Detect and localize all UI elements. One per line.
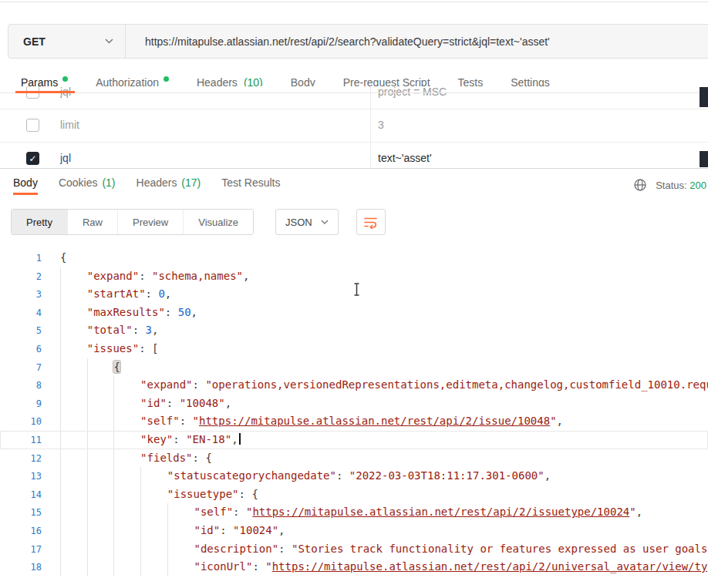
code-token: ,	[231, 433, 238, 445]
response-tabs: BodyCookies (1)Headers (17)Test Results	[13, 176, 280, 189]
scrollbar-thumb[interactable]	[700, 87, 708, 107]
code-line-content: "self": "https://mitapulse.atlassian.net…	[60, 506, 642, 518]
code-line[interactable]: 9"id": "10048",	[0, 395, 708, 413]
code-token: 0	[158, 287, 164, 300]
active-tab-underline	[15, 91, 75, 93]
tab-count-badge: (1)	[99, 176, 116, 189]
code-token: ,	[636, 506, 642, 518]
indent-guide	[113, 431, 140, 449]
param-value-cell[interactable]: 3	[378, 109, 696, 142]
view-toggle-visualize[interactable]: Visualize	[183, 210, 253, 234]
method-select[interactable]: GET	[8, 25, 126, 58]
request-url-bar: GET https://mitapulse.atlassian.net/rest…	[8, 24, 708, 59]
code-token: "schema,names"	[152, 270, 243, 282]
indent-guide	[113, 486, 140, 504]
param-key-cell[interactable]: jql	[60, 86, 353, 109]
indent-guide	[167, 522, 194, 540]
param-checkbox[interactable]: ✓	[26, 152, 39, 165]
code-token: "Stories track functionality or features…	[292, 543, 708, 555]
response-tab-cookies[interactable]: Cookies (1)	[59, 176, 116, 189]
line-number: 2	[0, 268, 42, 287]
param-value-cell[interactable]: project = MSC	[378, 86, 696, 109]
globe-icon[interactable]	[633, 178, 647, 192]
param-key-cell[interactable]: limit	[60, 109, 353, 142]
indent-guide	[167, 540, 194, 559]
code-line[interactable]: 10"self": "https://mitapulse.atlassian.n…	[0, 412, 708, 431]
line-number: 15	[0, 504, 42, 522]
param-row: limit3	[0, 109, 708, 143]
code-line-content: "self": "https://mitapulse.atlassian.net…	[60, 415, 563, 427]
line-number: 5	[0, 322, 42, 341]
green-dot-icon	[164, 76, 169, 82]
indent-guide	[87, 412, 114, 431]
tab-label: Cookies	[59, 176, 98, 189]
param-checkbox[interactable]	[26, 119, 39, 132]
code-line[interactable]: 8"expand": "operations,versionedRepresen…	[0, 376, 708, 395]
code-line[interactable]: 17"description": "Stories track function…	[0, 540, 708, 559]
view-toggle-pretty[interactable]: Pretty	[12, 210, 67, 234]
code-line[interactable]: 3"startAt": 0,	[0, 285, 708, 304]
code-token: "description"	[194, 543, 279, 555]
code-token: ,	[278, 524, 285, 536]
response-body-code: 1{2"expand": "schema,names",3"startAt": …	[0, 246, 708, 588]
code-line[interactable]: 5"total": 3,	[0, 321, 708, 340]
indent-guide	[60, 467, 87, 486]
indent-guide	[60, 449, 87, 468]
url-link[interactable]: https://mitapulse.atlassian.net/rest/api…	[199, 415, 550, 427]
indent-guide	[60, 376, 87, 395]
code-token: :	[220, 524, 233, 536]
code-token: "operations,versionedRepresentations,edi…	[205, 378, 708, 391]
params-table: jqlproject = MSClimit3✓jqltext~'asset'	[0, 86, 708, 168]
code-line-content: "expand": "schema,names",	[60, 270, 249, 282]
indent-guide	[60, 503, 87, 522]
code-line-content: "startAt": 0,	[60, 287, 171, 300]
text-caret	[239, 433, 241, 445]
code-line[interactable]: 6"issues": [	[0, 340, 708, 358]
code-line[interactable]: 2"expand": "schema,names",	[0, 267, 708, 286]
response-tab-headers[interactable]: Headers (17)	[137, 176, 201, 189]
code-line[interactable]: 14"issuetype": {	[0, 486, 708, 504]
line-number: 10	[0, 413, 42, 432]
response-panel: BodyCookies (1)Headers (17)Test Results …	[0, 168, 708, 588]
code-line[interactable]: 16"id": "10024",	[0, 522, 708, 540]
response-tab-body[interactable]: Body	[13, 176, 38, 189]
line-number: 13	[0, 468, 42, 486]
line-number: 7	[0, 359, 42, 378]
indent-guide	[167, 503, 194, 522]
indent-guide	[60, 358, 87, 377]
code-line[interactable]: 12"fields": {	[0, 449, 708, 468]
code-line[interactable]: 18"iconUrl": "https://mitapulse.atlassia…	[0, 558, 708, 576]
code-line-content: "statuscategorychangedate": "2022-03-03T…	[60, 469, 551, 482]
code-line-content: "expand": "operations,versionedRepresent…	[60, 378, 708, 391]
url-link[interactable]: https://mitapulse.atlassian.net/rest/api…	[272, 560, 708, 573]
code-token: "expand"	[140, 378, 192, 391]
chevron-down-icon	[321, 220, 329, 224]
url-link[interactable]: https://mitapulse.atlassian.net/rest/api…	[252, 506, 629, 518]
indent-guide	[140, 503, 167, 522]
line-number: 9	[0, 395, 42, 414]
code-token: :	[193, 378, 206, 391]
scrollbar-thumb[interactable]	[700, 151, 708, 167]
tab-label: Test Results	[221, 176, 280, 189]
view-toggle-raw[interactable]: Raw	[67, 210, 117, 234]
code-line[interactable]: 4"maxResults": 50,	[0, 304, 708, 322]
code-line[interactable]: 7{	[0, 358, 708, 377]
code-token: "self"	[194, 506, 234, 518]
code-line[interactable]: 15"self": "https://mitapulse.atlassian.n…	[0, 503, 708, 522]
indent-guide	[87, 395, 114, 413]
code-line[interactable]: 11"key": "EN-18",	[0, 431, 708, 449]
code-line-content: "fields": {	[60, 452, 212, 464]
code-token: "issues"	[87, 342, 139, 354]
param-key-cell[interactable]: jql	[60, 142, 353, 168]
indent-guide	[87, 376, 114, 395]
format-select[interactable]: JSON	[275, 209, 339, 235]
url-input[interactable]: https://mitapulse.atlassian.net/rest/api…	[126, 35, 708, 48]
param-value-cell[interactable]: text~'asset'	[378, 142, 696, 168]
code-line-content: "iconUrl": "https://mitapulse.atlassian.…	[60, 560, 708, 573]
wrap-text-button[interactable]	[356, 209, 386, 235]
code-line[interactable]: 1{	[0, 249, 708, 267]
indent-guide	[140, 467, 167, 486]
code-line[interactable]: 13"statuscategorychangedate": "2022-03-0…	[0, 467, 708, 486]
response-tab-test-results[interactable]: Test Results	[221, 176, 280, 189]
view-toggle-preview[interactable]: Preview	[117, 210, 183, 234]
